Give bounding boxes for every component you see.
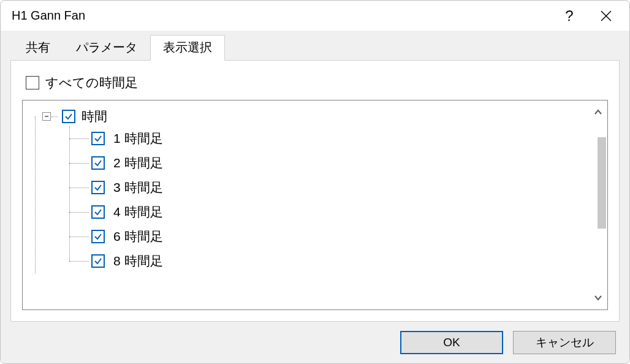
tree-item[interactable]: 2 時間足 xyxy=(69,151,586,175)
tree-item[interactable]: 1 時間足 xyxy=(69,126,586,151)
tree-scrollbar[interactable] xyxy=(589,100,607,309)
titlebar: H1 Gann Fan ? xyxy=(1,1,629,31)
all-timeframes-row: すべての時間足 xyxy=(26,74,608,91)
tree-item-checkbox[interactable] xyxy=(91,156,105,170)
tree-item-checkbox[interactable] xyxy=(91,205,105,219)
tree-item-label: 6 時間足 xyxy=(113,228,163,245)
all-timeframes-checkbox[interactable] xyxy=(26,76,39,89)
tab-display[interactable]: 表示選択 xyxy=(150,35,225,61)
collapse-icon[interactable] xyxy=(42,112,51,121)
scroll-up-icon[interactable] xyxy=(589,103,607,121)
window-title: H1 Gann Fan xyxy=(12,9,551,23)
help-button[interactable]: ? xyxy=(551,1,588,31)
tree-item-checkbox[interactable] xyxy=(91,254,105,268)
tree-item-label: 3 時間足 xyxy=(113,179,163,196)
ok-button[interactable]: OK xyxy=(400,331,503,354)
tree-item-label: 8 時間足 xyxy=(113,252,163,270)
cancel-button[interactable]: キャンセル xyxy=(513,331,616,354)
scroll-down-icon[interactable] xyxy=(589,289,607,307)
close-button[interactable] xyxy=(588,1,624,31)
tree-item-label: 4 時間足 xyxy=(113,203,163,221)
timeframe-tree[interactable]: 時間 1 時間足 xyxy=(23,100,589,309)
all-timeframes-label: すべての時間足 xyxy=(45,74,138,91)
tree-item-checkbox[interactable] xyxy=(91,230,105,243)
tree-item-label: 1 時間足 xyxy=(113,130,163,147)
tree-item-label: 2 時間足 xyxy=(113,154,163,172)
dialog-window: H1 Gann Fan ? 共有 パラメータ 表示選択 すべての時間足 xyxy=(0,0,630,364)
timeframe-tree-container: 時間 1 時間足 xyxy=(22,100,608,310)
tree-root-row[interactable]: 時間 xyxy=(44,107,586,126)
tab-params[interactable]: パラメータ xyxy=(63,35,150,61)
tree-item[interactable]: 3 時間足 xyxy=(69,175,586,200)
tree-root-label: 時間 xyxy=(82,108,107,125)
tree-item[interactable]: 4 時間足 xyxy=(69,200,586,224)
tree-item[interactable]: 6 時間足 xyxy=(69,224,586,249)
close-icon xyxy=(600,10,612,22)
dialog-buttons: OK キャンセル xyxy=(1,322,629,363)
tree-root-checkbox[interactable] xyxy=(62,110,75,123)
tree-item-checkbox[interactable] xyxy=(91,181,105,194)
tree-item-checkbox[interactable] xyxy=(91,132,105,145)
tree-root-item: 時間 1 時間足 xyxy=(25,107,586,273)
scroll-thumb[interactable] xyxy=(598,137,606,229)
tab-panel-display: すべての時間足 時間 xyxy=(10,60,620,322)
tab-share[interactable]: 共有 xyxy=(13,35,63,61)
tree-item[interactable]: 8 時間足 xyxy=(69,249,586,273)
help-icon: ? xyxy=(565,7,573,25)
client-area: 共有 パラメータ 表示選択 すべての時間足 xyxy=(1,31,629,363)
tabstrip: 共有 パラメータ 表示選択 xyxy=(1,31,629,60)
